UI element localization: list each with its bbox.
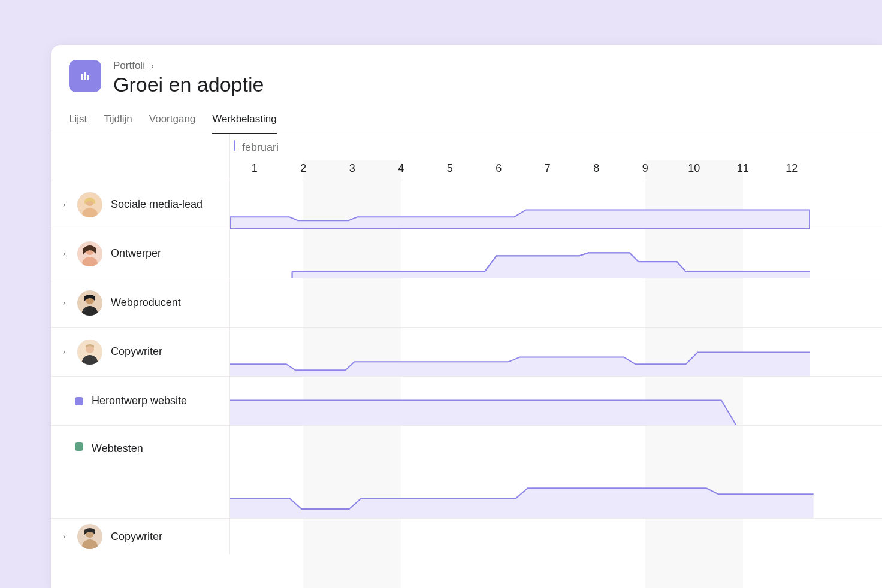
- svg-rect-1: [84, 72, 86, 80]
- header: Portfoli › Groei en adoptie: [51, 45, 882, 96]
- row-sidebar: › Ontwerper: [51, 229, 230, 278]
- date-numbers: 1 2 3 4 5 6 7 8 9 10 11 12: [230, 162, 882, 175]
- row-label: Webtesten: [92, 442, 143, 455]
- app-window: Portfoli › Groei en adoptie Lijst Tijdli…: [51, 45, 882, 588]
- chevron-right-icon[interactable]: ›: [63, 348, 69, 356]
- row-label: Herontwerp website: [92, 395, 187, 407]
- workload-row[interactable]: › Webproducent: [51, 278, 882, 328]
- workload-row[interactable]: › Sociale media-lead: [51, 180, 882, 229]
- row-sidebar: Webtesten: [51, 426, 230, 518]
- workload-sub-row[interactable]: Webtesten: [51, 426, 882, 519]
- chevron-right-icon[interactable]: ›: [63, 201, 69, 209]
- chevron-right-icon[interactable]: ›: [63, 250, 69, 258]
- svg-rect-0: [81, 74, 83, 80]
- project-color-dot: [75, 397, 83, 405]
- row-sidebar: › Copywriter: [51, 328, 230, 376]
- date-col: 7: [523, 162, 572, 175]
- avatar: [77, 241, 102, 266]
- workload-chart: [230, 328, 882, 376]
- workload-row[interactable]: › Ontwerper: [51, 229, 882, 278]
- chevron-right-icon[interactable]: ›: [63, 532, 69, 541]
- date-col: 12: [768, 162, 817, 175]
- workload-sub-row[interactable]: Herontwerp website: [51, 377, 882, 426]
- tab-voortgang[interactable]: Voortgang: [149, 107, 196, 134]
- workload-chart: [230, 426, 882, 518]
- row-sidebar: › Webproducent: [51, 278, 230, 327]
- row-label: Webproducent: [111, 296, 181, 309]
- sidebar-header-spacer: [51, 134, 230, 180]
- portfolio-folder-icon: [69, 60, 101, 92]
- tab-lijst[interactable]: Lijst: [69, 107, 87, 134]
- row-label: Copywriter: [111, 531, 162, 543]
- tab-tijdlijn[interactable]: Tijdlijn: [104, 107, 132, 134]
- tab-werkbelasting[interactable]: Werkbelasting: [212, 107, 276, 134]
- breadcrumb-parent[interactable]: Portfoli: [113, 60, 145, 72]
- workload-chart: [230, 278, 882, 327]
- row-label: Ontwerper: [111, 247, 161, 260]
- workload-row[interactable]: › Copywriter: [51, 519, 882, 554]
- today-marker-icon: [234, 140, 235, 151]
- date-col: 8: [572, 162, 621, 175]
- chevron-right-icon: ›: [151, 61, 154, 71]
- date-col: 9: [621, 162, 670, 175]
- avatar: [77, 340, 102, 365]
- workload-rows: › Sociale media-lead ›: [51, 180, 882, 554]
- workload-chart: [230, 519, 882, 554]
- avatar: [77, 192, 102, 217]
- title-block: Portfoli › Groei en adoptie: [113, 60, 264, 96]
- date-col: 11: [718, 162, 768, 175]
- date-col: 10: [670, 162, 719, 175]
- date-col: 3: [328, 162, 377, 175]
- project-color-dot: [75, 442, 83, 451]
- workload-chart: [230, 180, 882, 229]
- dates-area: februari 1 2 3 4 5 6 7 8 9 10 11 12: [230, 134, 882, 180]
- breadcrumb[interactable]: Portfoli ›: [113, 60, 264, 72]
- avatar: [77, 524, 102, 549]
- avatar: [77, 290, 102, 316]
- date-col: 4: [377, 162, 426, 175]
- workload-chart: [230, 377, 882, 425]
- chevron-right-icon[interactable]: ›: [63, 299, 69, 307]
- date-col: 1: [230, 162, 279, 175]
- svg-rect-2: [87, 75, 89, 80]
- date-col: 5: [425, 162, 475, 175]
- row-sidebar: Herontwerp website: [51, 377, 230, 425]
- date-col: 2: [279, 162, 328, 175]
- workload-row[interactable]: › Copywriter: [51, 328, 882, 377]
- breadcrumb-row: Portfoli › Groei en adoptie: [69, 60, 864, 96]
- timeline-area: februari 1 2 3 4 5 6 7 8 9 10 11 12: [51, 134, 882, 554]
- page-title: Groei en adoptie: [113, 73, 264, 96]
- tabs: Lijst Tijdlijn Voortgang Werkbelasting: [51, 107, 882, 134]
- row-sidebar: › Copywriter: [51, 519, 230, 554]
- row-label: Sociale media-lead: [111, 198, 203, 211]
- workload-chart: [230, 229, 882, 278]
- date-col: 6: [475, 162, 524, 175]
- row-label: Copywriter: [111, 345, 162, 358]
- row-sidebar: › Sociale media-lead: [51, 180, 230, 229]
- month-label: februari: [242, 141, 279, 154]
- timeline-header: februari 1 2 3 4 5 6 7 8 9 10 11 12: [51, 134, 882, 180]
